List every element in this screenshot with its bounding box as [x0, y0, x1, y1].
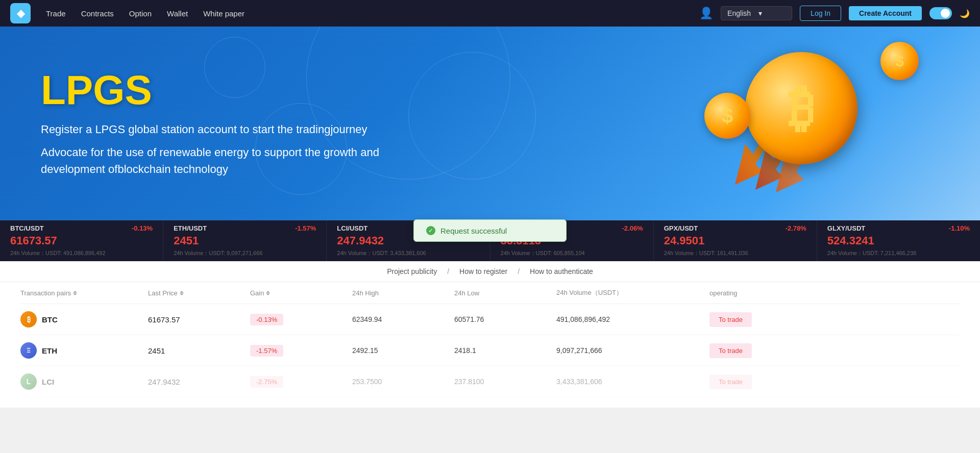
sort-icon-price [180, 291, 184, 295]
nav-right: 👤 English ▾ Log In Create Account 🌙 [699, 6, 970, 21]
eth-to-trade-button[interactable]: To trade [709, 343, 752, 358]
ticker-price-5: 524.3241 [827, 234, 970, 247]
ticker-item-4[interactable]: GPX/USDT -2.78% 24.9501 24h Volume：USDT:… [654, 220, 817, 261]
hero-image: ₿ $ $ [684, 34, 939, 213]
ticker-price-0: 61673.57 [10, 234, 153, 247]
btc-to-trade-button[interactable]: To trade [709, 312, 752, 327]
th-24h-low: 24h Low [454, 288, 556, 297]
th-transaction-pairs[interactable]: Transaction pairs [20, 288, 148, 297]
info-sep-1: / [447, 267, 449, 275]
hero-subtitle-line2: Advocate for the use of renewable energy… [41, 144, 424, 178]
nav-trade[interactable]: Trade [46, 9, 66, 18]
lci-gain: -2.75% [250, 376, 352, 388]
navbar: ◆ Trade Contracts Option Wallet White pa… [0, 0, 980, 27]
logo[interactable]: ◆ [10, 3, 31, 23]
lci-high: 253.7500 [352, 377, 454, 386]
success-icon: ✓ [426, 226, 435, 235]
ticker-item-0[interactable]: BTC/USDT -0.13% 61673.57 24h Volume：USDT… [0, 220, 163, 261]
nav-wallet[interactable]: Wallet [167, 9, 188, 18]
table-header: Transaction pairs Last Price Gain 24h Hi… [20, 282, 960, 304]
toast-message: Request successful [440, 226, 507, 235]
hero-subtitle-line1: Register a LPGS global station account t… [41, 121, 424, 138]
eth-low: 2418.1 [454, 346, 556, 355]
btc-high: 62349.94 [352, 315, 454, 323]
ticker-change-1: -1.57% [295, 224, 316, 232]
ticker-change-4: -2.78% [786, 224, 806, 232]
ticker-volume-2: 24h Volume：USDT: 3,433,381,606 [337, 249, 479, 257]
ticker-item-5[interactable]: GLXY/USDT -1.10% 524.3241 24h Volume：USD… [817, 220, 980, 261]
create-account-button[interactable]: Create Account [849, 6, 922, 20]
ticker-volume-4: 24h Volume：USDT: 161,491,036 [664, 249, 806, 257]
language-selector[interactable]: English ▾ [721, 6, 792, 20]
btc-icon: ₿ [20, 311, 37, 328]
table-row: Ξ ETH 2451 -1.57% 2492.15 2418.1 9,097,2… [20, 335, 960, 366]
lci-volume: 3,433,381,606 [556, 377, 709, 386]
bitcoin-main-coin: ₿ [745, 52, 857, 164]
ticker-change-3: -2.06% [622, 224, 643, 232]
ticker-pair-2: LCI/USDT [337, 224, 368, 232]
moon-icon: 🌙 [960, 9, 970, 18]
market-table-section: Transaction pairs Last Price Gain 24h Hi… [0, 282, 980, 408]
eth-high: 2492.15 [352, 346, 454, 355]
ticker-volume-0: 24h Volume：USDT: 491,086,896,492 [10, 249, 153, 257]
btc-price: 61673.57 [148, 315, 250, 324]
lci-action: To trade [709, 374, 786, 389]
ticker-volume-5: 24h Volume：USDT: 7,211,466,238 [827, 249, 970, 257]
eth-icon: Ξ [20, 342, 37, 359]
coin-cell-btc: ₿ BTC [20, 311, 148, 328]
coin-name-eth: ETH [42, 346, 57, 355]
ticker-item-1[interactable]: ETH/USDT -1.57% 2451 24h Volume：USDT: 9,… [163, 220, 327, 261]
coin-name-lci: LCI [42, 377, 54, 386]
success-toast: ✓ Request successful [413, 219, 567, 242]
theme-toggle[interactable] [929, 7, 952, 19]
ticker-change-0: -0.13% [132, 224, 153, 232]
th-last-price[interactable]: Last Price [148, 288, 250, 297]
btc-action: To trade [709, 312, 786, 327]
btc-low: 60571.76 [454, 315, 556, 323]
coin-name-btc: BTC [42, 315, 58, 324]
eth-volume: 9,097,271,666 [556, 346, 709, 355]
info-link-register[interactable]: How to register [459, 267, 507, 275]
toast-overlay: ✓ Request successful [413, 219, 567, 242]
bitcoin-small-coin-2: $ [880, 42, 919, 80]
ticker-pair-5: GLXY/USDT [827, 224, 865, 232]
nav-whitepaper[interactable]: White paper [203, 9, 244, 18]
ticker-pair-0: BTC/USDT [10, 224, 44, 232]
bitcoin-small-coin-1: $ [704, 93, 750, 139]
ticker-pair-4: GPX/USDT [664, 224, 698, 232]
lci-to-trade-button[interactable]: To trade [709, 374, 752, 389]
eth-action: To trade [709, 343, 786, 358]
ticker-pair-1: ETH/USDT [174, 224, 207, 232]
th-24h-high: 24h High [352, 288, 454, 297]
ticker-change-5: -1.10% [949, 224, 970, 232]
ticker-volume-3: 24h Volume：USDT: 605,855,104 [501, 249, 643, 257]
nav-option[interactable]: Option [129, 9, 152, 18]
lci-low: 237.8100 [454, 377, 556, 386]
sort-icon-gain [266, 291, 270, 295]
login-button[interactable]: Log In [800, 6, 841, 21]
ticker-volume-1: 24h Volume：USDT: 9,097,271,666 [174, 249, 316, 257]
user-icon[interactable]: 👤 [699, 7, 713, 20]
chevron-down-icon: ▾ [758, 9, 786, 17]
sort-icon-pairs [73, 291, 77, 295]
bitcoin-graphic: ₿ $ $ [704, 42, 919, 205]
info-sep-2: / [518, 267, 520, 275]
coin-cell-eth: Ξ ETH [20, 342, 148, 359]
nav-contracts[interactable]: Contracts [81, 9, 114, 18]
hero-content: LPGS Register a LPGS global station acco… [41, 70, 684, 178]
lci-icon: L [20, 373, 37, 390]
ticker-price-4: 24.9501 [664, 234, 806, 247]
eth-price: 2451 [148, 346, 250, 355]
th-gain[interactable]: Gain [250, 288, 352, 297]
info-link-publicity[interactable]: Project publicity [387, 267, 437, 275]
lci-price: 247.9432 [148, 377, 250, 386]
table-row: ₿ BTC 61673.57 -0.13% 62349.94 60571.76 … [20, 304, 960, 335]
info-bar: Project publicity / How to register / Ho… [0, 261, 980, 282]
ticker-price-1: 2451 [174, 234, 316, 247]
table-row: L LCI 247.9432 -2.75% 253.7500 237.8100 … [20, 366, 960, 397]
eth-gain: -1.57% [250, 345, 352, 357]
th-24h-volume: 24h Volume（USDT） [556, 288, 709, 297]
coin-cell-lci: L LCI [20, 373, 148, 390]
info-link-authenticate[interactable]: How to authenticate [530, 267, 593, 275]
th-operating: operating [709, 288, 786, 297]
